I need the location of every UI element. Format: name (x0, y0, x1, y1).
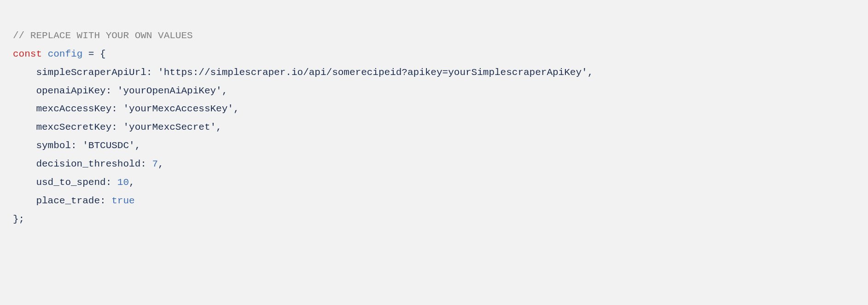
close-brace: }; (13, 214, 24, 224)
comma: , (129, 177, 135, 188)
colon: : (100, 196, 111, 206)
prop-key: usd_to_spend (36, 177, 105, 188)
prop-value: true (111, 196, 134, 206)
colon: : (106, 86, 117, 96)
comma: , (222, 86, 228, 96)
prop-key: decision_threshold (36, 159, 140, 169)
colon: : (106, 177, 117, 188)
prop-key: symbol (36, 140, 71, 151)
open-brace: { (100, 49, 106, 59)
colon: : (111, 122, 123, 132)
code-block: // REPLACE WITH YOUR OWN VALUES const co… (13, 8, 855, 229)
keyword-const: const (13, 49, 42, 59)
prop-key: simpleScraperApiUrl (36, 67, 146, 78)
assign-operator: = (82, 49, 100, 59)
variable-name: config (48, 49, 83, 59)
prop-value: 7 (152, 159, 158, 169)
comma: , (158, 159, 164, 169)
colon: : (71, 140, 82, 151)
code-comment: // REPLACE WITH YOUR OWN VALUES (13, 30, 193, 41)
prop-key: openaiApiKey (36, 86, 105, 96)
colon: : (111, 104, 123, 114)
prop-value: 'https://simplescraper.io/api/somerecipe… (158, 67, 588, 78)
comma: , (233, 104, 239, 114)
prop-key: mexcAccessKey (36, 104, 111, 114)
comma: , (135, 140, 141, 151)
colon: : (140, 159, 152, 169)
prop-value: 'yourOpenAiApiKey' (117, 86, 222, 96)
comma: , (588, 67, 594, 78)
prop-value: 'BTCUSDC' (82, 140, 134, 151)
prop-key: mexcSecretKey (36, 122, 111, 132)
prop-value: 'yourMexcAccessKey' (123, 104, 233, 114)
prop-value: 'yourMexcSecret' (123, 122, 216, 132)
prop-key: place_trade (36, 196, 100, 206)
prop-value: 10 (117, 177, 129, 188)
colon: : (146, 67, 158, 78)
comma: , (216, 122, 222, 132)
